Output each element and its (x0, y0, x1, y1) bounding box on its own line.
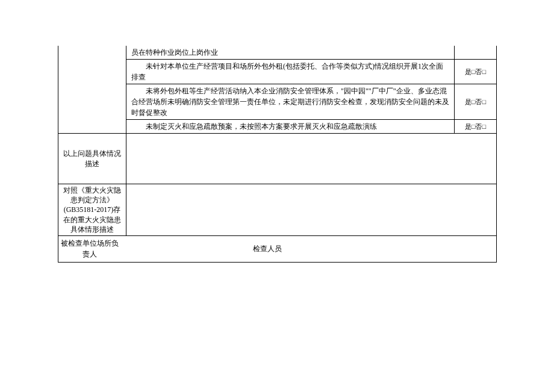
inspection-table: 员在特种作业岗位上岗作业 未针对本单位生产经营项目和场所外包外租(包括委托、合作… (58, 46, 497, 263)
desc-label-2-line1: 对照《重大火灾隐患判定方法》 (63, 186, 121, 204)
sig-left-label: 被检查单位场所负责人 (58, 235, 126, 262)
row-partial-top: 员在特种作业岗位上岗作业 (58, 46, 497, 60)
desc-content-1[interactable] (126, 134, 497, 184)
form-table-wrapper: 员在特种作业岗位上岗作业 未针对本单位生产经营项目和场所外包外租(包括委托、合作… (58, 46, 496, 263)
item-check: 是□否□ (455, 60, 497, 84)
desc-label-1: 以上问题具体情况描述 (58, 134, 126, 184)
sig-left-text: 被检查单位场所负责人 (61, 239, 119, 258)
item-check (455, 46, 497, 60)
row-description-2: 对照《重大火灾隐患判定方法》 (GB35181-2017)存在的重大火灾隐患具体… (58, 184, 497, 236)
desc-label-2-line2: (GB35181-2017)存在的重大火灾隐患具体情形描述 (63, 205, 121, 233)
row-signatures: 被检查单位场所负责人 检查人员 (58, 235, 497, 262)
item-text: 未将外包外租等生产经营活动纳入本企业消防安全管理体系，"园中园""厂中厂"企业、… (126, 84, 455, 120)
left-category-cell (58, 46, 126, 134)
desc-content-2[interactable] (126, 184, 497, 236)
item-text: 未制定灭火和应急疏散预案，未按照本方案要求开展灭火和应急疏散演练 (126, 120, 455, 134)
item-check: 是□否□ (455, 120, 497, 134)
desc-label-2: 对照《重大火灾隐患判定方法》 (GB35181-2017)存在的重大火灾隐患具体… (58, 184, 126, 236)
row-description-1: 以上问题具体情况描述 (58, 134, 497, 184)
item-check: 是□否□ (455, 84, 497, 120)
sig-right-label: 检查人员 (126, 235, 497, 262)
sig-right-text: 检查人员 (253, 244, 282, 253)
item-text: 员在特种作业岗位上岗作业 (126, 46, 455, 60)
item-text: 未针对本单位生产经营项目和场所外包外租(包括委托、合作等类似方式)情况组织开展1… (126, 60, 455, 84)
